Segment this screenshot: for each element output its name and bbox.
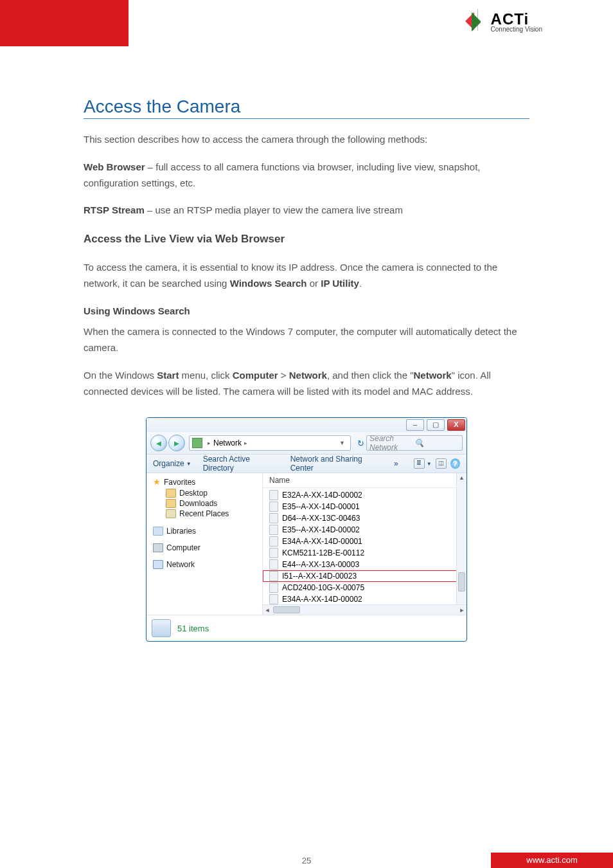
- downloads-icon: [166, 499, 176, 508]
- help-icon[interactable]: ?: [450, 458, 460, 469]
- scroll-right-icon[interactable]: ►: [458, 607, 466, 613]
- window-maximize-button[interactable]: ▢: [427, 419, 445, 431]
- bullet-rtsp-term: RTSP Stream: [84, 204, 145, 215]
- recent-icon: [166, 509, 176, 518]
- device-list-item[interactable]: E34A-A-XX-14D-00001: [263, 536, 466, 547]
- nav-back-button[interactable]: ◄: [150, 435, 167, 451]
- refresh-button[interactable]: ↻: [355, 437, 366, 449]
- section-subtitle: Access the Live View via Web Browser: [84, 230, 529, 248]
- device-name: E34A-A-XX-14D-00001: [282, 537, 362, 546]
- device-name: KCM5211-12B-E-00112: [282, 548, 364, 557]
- device-icon: [269, 559, 278, 570]
- star-icon: ★: [153, 477, 161, 487]
- computer-icon: [153, 543, 163, 552]
- vertical-scrollbar[interactable]: ▲ ▼: [456, 473, 466, 615]
- libraries-icon: [153, 527, 163, 536]
- device-name: I51--A-XX-14D-00023: [282, 572, 357, 581]
- sidebar-item-downloads[interactable]: Downloads: [153, 498, 262, 509]
- horizontal-scrollbar[interactable]: ◄ ►: [263, 604, 466, 615]
- address-bar[interactable]: ▸ Network ▸ ▼: [189, 435, 351, 451]
- brand-red-bar: [0, 0, 129, 46]
- network-icon: [153, 560, 163, 569]
- sidebar-item-desktop[interactable]: Desktop: [153, 488, 262, 498]
- column-header-name[interactable]: Name: [263, 473, 466, 488]
- device-list-item[interactable]: E32A-A-XX-14D-00002: [263, 489, 466, 501]
- preview-pane-icon[interactable]: ◫: [436, 458, 447, 469]
- window-close-button[interactable]: X: [447, 419, 465, 431]
- bullet-rtsp-desc: – use an RTSP media player to view the c…: [145, 204, 403, 215]
- device-icon: [269, 525, 278, 535]
- toolbar-more[interactable]: »: [394, 459, 398, 468]
- device-icon: [269, 490, 278, 500]
- paragraph-access-ip: To access the camera, it is essential to…: [84, 260, 529, 292]
- device-list-item[interactable]: E35--A-XX-14D-00002: [263, 524, 466, 536]
- window-titlebar: – ▢ X: [147, 418, 466, 432]
- breadcrumb-sep-icon: ▸: [208, 440, 211, 446]
- toolbar: Organize▼ Search Active Directory Networ…: [147, 455, 466, 473]
- device-icon: [269, 513, 278, 523]
- toolbar-search-ad[interactable]: Search Active Directory: [203, 455, 279, 473]
- search-placeholder: Search Network: [369, 434, 414, 452]
- desktop-icon: [166, 489, 176, 498]
- device-list-item[interactable]: D64--A-XX-13C-00463: [263, 512, 466, 524]
- device-list-item[interactable]: E34A-A-XX-14D-00002: [263, 593, 466, 605]
- device-list-item[interactable]: E44--A-XX-13A-00003: [263, 559, 466, 570]
- view-list-icon[interactable]: ≣: [414, 458, 425, 469]
- device-list-item[interactable]: E35--A-XX-14D-00001: [263, 501, 466, 512]
- device-name: ACD2400-10G-X-00075: [282, 583, 364, 592]
- paragraph-instructions: On the Windows Start menu, click Compute…: [84, 368, 529, 400]
- nav-forward-button[interactable]: ►: [168, 435, 185, 451]
- scroll-up-icon[interactable]: ▲: [459, 473, 465, 482]
- brand-logo: ACTi Connecting Vision: [465, 10, 542, 33]
- device-name: E34A-A-XX-14D-00002: [282, 595, 362, 604]
- page-title: Access the Camera: [84, 96, 529, 117]
- footer-url: www.acti.com: [491, 853, 613, 868]
- device-name: D64--A-XX-13C-00463: [282, 514, 360, 523]
- explorer-screenshot: – ▢ X ◄ ► ▸ Network ▸ ▼ ↻: [146, 417, 467, 642]
- device-name: E44--A-XX-13A-00003: [282, 560, 359, 569]
- intro-paragraph: This section describes how to access the…: [84, 132, 529, 148]
- device-name: E35--A-XX-14D-00001: [282, 502, 360, 511]
- network-icon: [192, 438, 202, 448]
- sidebar-favorites[interactable]: ★Favorites: [153, 477, 262, 487]
- item-count: 51 items: [177, 624, 209, 633]
- address-dropdown-icon[interactable]: ▼: [339, 440, 345, 446]
- device-list-item[interactable]: I51--A-XX-14D-00023: [263, 570, 466, 582]
- device-icon: [269, 536, 278, 547]
- device-list-item[interactable]: KCM5211-12B-E-00112: [263, 547, 466, 559]
- device-icon: [269, 548, 278, 558]
- logo-mark-icon: [465, 12, 487, 32]
- view-dropdown-icon[interactable]: ▼: [427, 461, 432, 467]
- nav-bar: ◄ ► ▸ Network ▸ ▼ ↻ Search Network 🔍: [147, 432, 466, 455]
- toolbar-network-center[interactable]: Network and Sharing Center: [290, 455, 382, 473]
- title-rule: [84, 118, 529, 119]
- search-box[interactable]: Search Network 🔍: [366, 435, 463, 451]
- status-bar: 51 items: [147, 615, 466, 641]
- breadcrumb-sep-icon: ▸: [244, 440, 247, 446]
- sidebar-network[interactable]: Network: [153, 560, 262, 569]
- device-icon: [269, 583, 278, 593]
- page-number: 25: [302, 856, 311, 865]
- scroll-left-icon[interactable]: ◄: [263, 607, 272, 613]
- toolbar-organize[interactable]: Organize▼: [153, 459, 191, 468]
- bullet-web-browser-term: Web Browser: [84, 161, 145, 172]
- window-minimize-button[interactable]: –: [406, 419, 424, 431]
- device-icon: [269, 571, 278, 581]
- breadcrumb-network[interactable]: Network: [213, 439, 242, 448]
- sidebar-computer[interactable]: Computer: [153, 543, 262, 552]
- device-icon: [269, 594, 278, 604]
- paragraph-auto-detect: When the camera is connected to the Wind…: [84, 324, 529, 356]
- search-icon: 🔍: [414, 439, 459, 448]
- scroll-thumb[interactable]: [273, 606, 300, 613]
- subsection-windows-search: Using Windows Search: [84, 303, 529, 320]
- device-name: E32A-A-XX-14D-00002: [282, 491, 362, 500]
- device-list-item[interactable]: ACD2400-10G-X-00075: [263, 582, 466, 593]
- scroll-thumb[interactable]: [458, 572, 465, 592]
- sidebar-libraries[interactable]: Libraries: [153, 527, 262, 536]
- sidebar-item-recent[interactable]: Recent Places: [153, 509, 262, 519]
- device-icon: [269, 502, 278, 512]
- file-list: Name E32A-A-XX-14D-00002E35--A-XX-14D-00…: [263, 473, 466, 615]
- chevron-down-icon: ▼: [186, 461, 191, 467]
- brand-tagline: Connecting Vision: [491, 26, 542, 33]
- device-name: E35--A-XX-14D-00002: [282, 525, 360, 534]
